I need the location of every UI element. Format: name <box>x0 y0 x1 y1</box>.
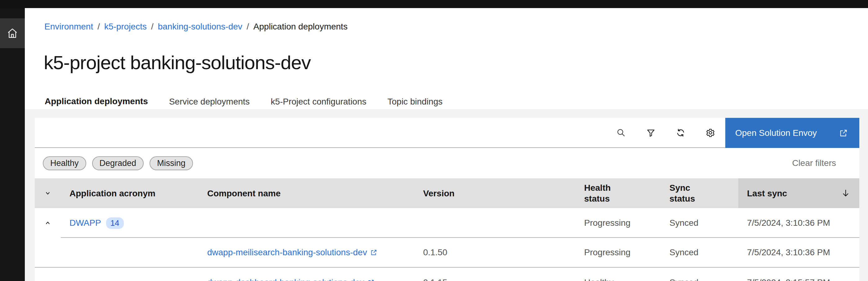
filter-icon <box>646 128 656 138</box>
component-link-label: dwapp-meilisearch-banking-solutions-dev <box>207 248 367 257</box>
table-row: dwapp-meilisearch-banking-solutions-dev … <box>35 238 859 268</box>
deployments-card: Open Solution Envoy Healthy <box>35 118 859 281</box>
version-cell: 0.1.15 <box>414 278 576 281</box>
column-header-component-name[interactable]: Component name <box>198 188 414 199</box>
launch-icon <box>370 249 377 256</box>
health-status-cell: Healthy <box>576 278 661 281</box>
sync-status-cell: Synced <box>661 278 738 281</box>
column-header-health-status[interactable]: Health status <box>576 182 661 204</box>
open-solution-envoy-label: Open Solution Envoy <box>735 128 817 138</box>
collapse-row-button[interactable] <box>35 208 61 238</box>
refresh-button[interactable] <box>666 118 695 147</box>
component-name-cell: dwapp-dashboard-banking-solutions-dev <box>198 278 414 281</box>
launch-icon <box>367 279 375 281</box>
clear-filters-button[interactable]: Clear filters <box>792 158 836 168</box>
application-acronym-cell: DWAPP 14 <box>61 217 198 229</box>
health-status-header-label: Health status <box>584 182 624 204</box>
column-header-sync-status[interactable]: Sync status <box>661 182 738 204</box>
global-header-bar <box>0 0 868 8</box>
settings-button[interactable] <box>695 118 725 147</box>
breadcrumb: Environment / k5-projects / banking-solu… <box>44 22 347 32</box>
health-status-cell: Progressing <box>576 248 661 257</box>
filter-tag-healthy[interactable]: Healthy <box>43 156 86 170</box>
table-toolbar: Open Solution Envoy <box>35 118 859 148</box>
component-link-label: dwapp-dashboard-banking-solutions-dev <box>207 278 364 281</box>
last-sync-cell: 7/5/2024, 3:15:57 PM <box>738 278 859 281</box>
sidebar-item-home[interactable] <box>0 18 25 48</box>
breadcrumb-separator: / <box>247 22 249 32</box>
column-header-last-sync[interactable]: Last sync <box>738 178 859 208</box>
filter-button[interactable] <box>636 118 666 147</box>
filter-row: Healthy Degraded Missing Clear filters <box>35 148 859 178</box>
version-cell: 0.1.50 <box>414 248 576 257</box>
toolbar-icon-group <box>35 118 725 148</box>
breadcrumb-separator: / <box>97 22 100 32</box>
search-icon <box>616 128 626 138</box>
last-sync-cell: 7/5/2024, 3:10:36 PM <box>738 218 859 228</box>
health-status-cell: Progressing <box>576 218 661 228</box>
component-link-meilisearch[interactable]: dwapp-meilisearch-banking-solutions-dev <box>207 248 414 257</box>
column-header-version[interactable]: Version <box>414 188 576 199</box>
breadcrumb-separator: / <box>151 22 154 32</box>
side-nav <box>0 8 25 281</box>
column-header-application-acronym[interactable]: Application acronym <box>61 188 198 199</box>
filter-tag-missing[interactable]: Missing <box>150 156 193 170</box>
chevron-down-icon <box>44 189 52 197</box>
application-link-dwapp[interactable]: DWAPP <box>69 218 101 228</box>
renew-icon <box>676 128 686 138</box>
sync-status-header-label: Sync status <box>670 182 710 204</box>
launch-icon <box>839 128 848 138</box>
expand-cell-empty <box>35 268 61 281</box>
app-window: Environment / k5-projects / banking-solu… <box>0 0 868 281</box>
filter-tag-group: Healthy Degraded Missing <box>43 156 193 170</box>
content-background: Open Solution Envoy Healthy <box>25 109 868 281</box>
last-sync-cell: 7/5/2024, 3:10:36 PM <box>738 248 859 257</box>
breadcrumb-link-environment[interactable]: Environment <box>44 22 93 32</box>
breadcrumb-link-k5-projects[interactable]: k5-projects <box>104 22 147 32</box>
table-row: DWAPP 14 Progressing Synced 7/5/2024, 3:… <box>35 208 859 238</box>
sync-status-cell: Synced <box>661 218 738 228</box>
page-title: k5-project banking-solutions-dev <box>44 52 311 73</box>
settings-icon <box>706 128 715 138</box>
expand-all-button[interactable] <box>35 178 61 208</box>
component-link-dashboard[interactable]: dwapp-dashboard-banking-solutions-dev <box>207 278 414 281</box>
filter-tag-degraded[interactable]: Degraded <box>92 156 144 170</box>
main-content: Environment / k5-projects / banking-solu… <box>25 8 868 281</box>
expand-cell-empty <box>35 238 61 267</box>
component-count-badge[interactable]: 14 <box>106 217 124 229</box>
home-icon <box>6 27 19 39</box>
breadcrumb-current-page: Application deployments <box>253 22 348 32</box>
component-name-cell: dwapp-meilisearch-banking-solutions-dev <box>198 248 414 257</box>
last-sync-header-label: Last sync <box>747 188 787 199</box>
table-header-row: Application acronym Component name Versi… <box>35 178 859 208</box>
arrow-down-icon <box>841 188 850 198</box>
search-button[interactable] <box>606 118 636 147</box>
sync-status-cell: Synced <box>661 248 738 257</box>
chevron-up-icon <box>44 219 52 227</box>
table-row: dwapp-dashboard-banking-solutions-dev 0.… <box>35 268 859 281</box>
open-solution-envoy-button[interactable]: Open Solution Envoy <box>725 118 859 148</box>
breadcrumb-link-banking-solutions-dev[interactable]: banking-solutions-dev <box>158 22 242 32</box>
